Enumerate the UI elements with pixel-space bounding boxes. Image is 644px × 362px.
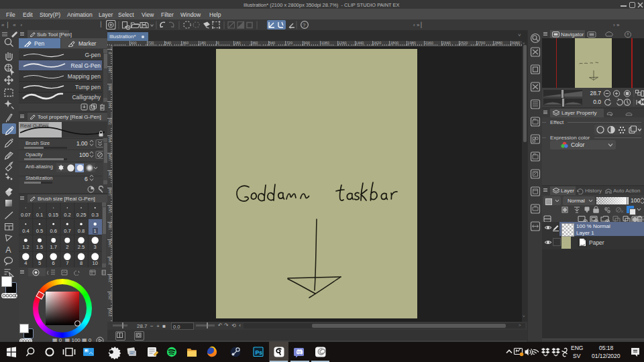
svg-text:Ps: Ps: [256, 349, 263, 356]
svg-text:?: ?: [303, 22, 306, 28]
svg-text:A: A: [5, 245, 11, 255]
